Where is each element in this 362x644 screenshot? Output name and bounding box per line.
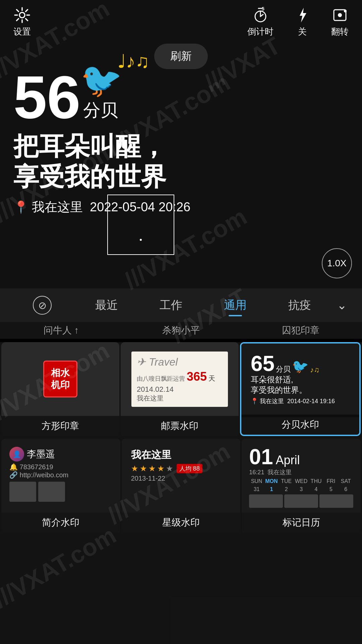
- profile-qq: 🔔 783672619: [9, 463, 112, 471]
- no-watermark-icon: ⊘: [33, 296, 52, 315]
- watermark-cell-square-stamp[interactable]: 相水机印 方形印章: [1, 342, 119, 436]
- cal-n-5: 5: [323, 486, 338, 492]
- cal-time: 16:21 我在这里: [249, 468, 353, 476]
- watermark-cell-decibel[interactable]: 65 分贝 🐦 ♪♫ 耳朵很舒适, 享受我的世界。 📍 我在这里 2014-02…: [240, 342, 361, 436]
- watermark-cell-postcard[interactable]: ✈ Travel 由八嗖日飘距运营 365 天 2014.02.14 我在这里 …: [121, 342, 239, 436]
- tab-epidemic-label: 抗疫: [288, 299, 311, 311]
- profile-img-2: [38, 482, 65, 502]
- cal-week-headers: SUN MON TUE WED THU FRI SAT: [249, 478, 353, 484]
- decibel-preview-container: 65 分贝 🐦 ♪♫ 耳朵很舒适, 享受我的世界。 📍 我在这里 2014-02…: [241, 343, 359, 417]
- tab-work[interactable]: 工作: [139, 294, 203, 316]
- flip-button[interactable]: 翻转: [331, 6, 349, 38]
- star-location: 我在这里: [131, 448, 231, 462]
- cal-h-wed: WED: [294, 478, 308, 484]
- profile-images: [9, 482, 112, 502]
- svg-point-17: [344, 10, 347, 12]
- dropdown-icon[interactable]: ⌄: [332, 298, 352, 312]
- watermark-row-1: 相水机印 方形印章 ✈ Travel 由八嗖日飘距运营 365 天 2014.0…: [0, 342, 362, 437]
- svg-line-5: [17, 9, 19, 11]
- flip-icon: [331, 6, 349, 24]
- svg-text:5: 5: [262, 6, 264, 11]
- stamp-text: 相水机印: [43, 361, 77, 398]
- focus-rectangle: [107, 195, 174, 255]
- svg-line-6: [26, 18, 28, 20]
- star-preview-container: 我在这里 ★ ★ ★ ★ ★ 人均 88 2013-11-22: [122, 439, 241, 513]
- postcard-label: 邮票水印: [121, 416, 239, 436]
- zoom-level: 1.0X: [327, 258, 347, 269]
- bird-emoji: 🐦: [80, 60, 122, 100]
- svg-point-16: [338, 13, 342, 17]
- watermark-cell-profile[interactable]: 👤 李墨遥 🔔 783672619 🔗 http://weibo.com 简介水…: [1, 439, 120, 533]
- cal-h-sat: SAT: [339, 478, 353, 484]
- top-toolbar: 设置 5 倒计时 关: [0, 0, 362, 44]
- watermark-overlay: 56分贝 🐦 ♩♪♫ 把耳朵叫醒， 享受我的世界 📍 我在这里 2022-05-…: [13, 67, 190, 216]
- tab-no-watermark[interactable]: ⊘: [10, 292, 74, 318]
- star-score-badge: 人均 88: [177, 464, 202, 473]
- db-text2: 享受我的世界。: [251, 385, 350, 395]
- profile-img-1: [9, 482, 36, 502]
- settings-button[interactable]: 设置: [13, 6, 31, 38]
- tab-recent[interactable]: 最近: [74, 294, 139, 316]
- refresh-button[interactable]: 刷新: [154, 44, 208, 69]
- flash-button[interactable]: 关: [294, 6, 311, 38]
- cal-image-row: [249, 494, 353, 508]
- postcard-days-suffix: 天: [208, 375, 215, 382]
- calendar-preview-container: 01April 16:21 我在这里 SUN MON TUE WED THU F…: [242, 439, 361, 513]
- db-number-sm: 65: [251, 353, 275, 374]
- postcard-preview: ✈ Travel 由八嗖日飘距运营 365 天 2014.02.14 我在这里: [131, 352, 228, 407]
- timer-button[interactable]: 5 倒计时: [247, 6, 274, 38]
- calendar-preview: 01April 16:21 我在这里 SUN MON TUE WED THU F…: [245, 442, 357, 512]
- postcard-date: 2014.02.14: [137, 385, 223, 394]
- watermark-text1: 把耳朵叫醒，: [13, 131, 190, 161]
- cal-month: April: [276, 453, 300, 467]
- timer-label: 倒计时: [247, 26, 274, 38]
- cal-h-fri: FRI: [323, 478, 338, 484]
- watermark-row-2: 👤 李墨遥 🔔 783672619 🔗 http://weibo.com 简介水…: [0, 439, 362, 534]
- music-notes: ♩♪♫: [117, 50, 149, 72]
- tab-general[interactable]: 通用: [203, 294, 267, 316]
- cal-n-3: 3: [294, 486, 308, 492]
- decibel-number: 56: [13, 63, 80, 131]
- watermark-cell-star[interactable]: 我在这里 ★ ★ ★ ★ ★ 人均 88 2013-11-22 星级水印: [122, 439, 241, 533]
- profile-label: 简介水印: [1, 513, 120, 533]
- postcard-travel: ✈ Travel: [137, 356, 223, 368]
- db-bird-icon: 🐦: [292, 359, 309, 374]
- profile-preview-container: 👤 李墨遥 🔔 783672619 🔗 http://weibo.com: [1, 439, 120, 513]
- stars-row: ★ ★ ★ ★ ★ 人均 88: [131, 464, 231, 473]
- postcard-days-prefix: 由八嗖日飘距运营 365 天: [137, 370, 223, 384]
- zoom-indicator[interactable]: 1.0X: [322, 248, 352, 278]
- cal-img-3: [319, 494, 353, 508]
- postcard-location: 我在这里: [137, 394, 223, 403]
- cal-h-mon: MON: [264, 478, 279, 484]
- profile-web: 🔗 http://weibo.com: [9, 471, 112, 479]
- db-notes-icon: ♪♫: [310, 366, 319, 374]
- flash-state: 关: [298, 26, 307, 38]
- cal-week-nums: 31 1 2 3 4 5 6: [249, 486, 353, 492]
- star-1: ★: [131, 464, 138, 473]
- cal-img-2: [284, 494, 318, 508]
- profile-preview: 👤 李墨遥 🔔 783672619 🔗 http://weibo.com: [5, 443, 116, 506]
- db-location: 📍 我在这里 2014-02-14 19:16: [251, 397, 350, 405]
- star-date: 2013-11-22: [131, 475, 231, 482]
- cal-n-31: 31: [249, 486, 264, 492]
- db-unit-sm: 分贝: [276, 364, 291, 374]
- prev-row-labels: 问牛人 ↑ 杀狗小平 囚犯印章: [0, 322, 362, 339]
- star-5: ★: [166, 464, 173, 473]
- cal-n-1: 1: [264, 486, 279, 492]
- db-num-row: 65 分贝 🐦 ♪♫: [251, 353, 350, 374]
- decibel-preview: 65 分贝 🐦 ♪♫ 耳朵很舒适, 享受我的世界。 📍 我在这里 2014-02…: [245, 347, 355, 411]
- watermark-cell-calendar[interactable]: 01April 16:21 我在这里 SUN MON TUE WED THU F…: [242, 439, 361, 533]
- cal-h-thu: THU: [309, 478, 323, 484]
- settings-label: 设置: [13, 26, 31, 38]
- watermark-grid: 相水机印 方形印章 ✈ Travel 由八嗖日飘距运营 365 天 2014.0…: [0, 342, 362, 644]
- postcard-preview-container: ✈ Travel 由八嗖日飘距运营 365 天 2014.02.14 我在这里: [121, 342, 239, 416]
- tab-epidemic[interactable]: 抗疫: [267, 294, 332, 316]
- prev-label-1: 问牛人 ↑: [1, 324, 121, 337]
- star-preview: 我在这里 ★ ★ ★ ★ ★ 人均 88 2013-11-22: [126, 443, 237, 488]
- tab-work-label: 工作: [160, 299, 182, 311]
- svg-marker-14: [300, 8, 306, 22]
- db-text1: 耳朵很舒适,: [251, 374, 350, 385]
- cal-h-tue: TUE: [279, 478, 294, 484]
- cal-day: 01: [249, 445, 273, 469]
- prev-label-2: 杀狗小平: [121, 324, 241, 337]
